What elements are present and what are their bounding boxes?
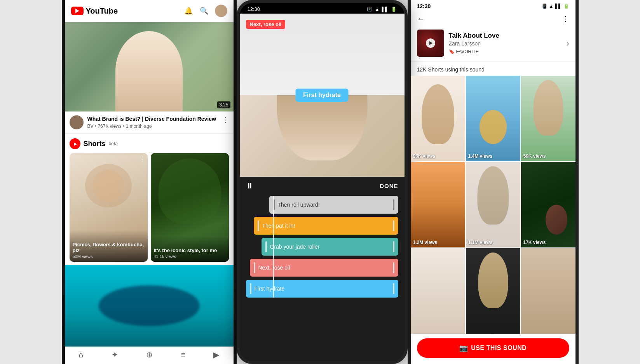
track-4-handle-right[interactable] xyxy=(393,262,394,273)
grid-item-5-views: 1.1M views xyxy=(468,240,493,245)
youtube-icon xyxy=(71,7,84,15)
grid-item-4[interactable]: 1.2M views xyxy=(411,162,465,247)
grid-item-9[interactable] xyxy=(521,248,575,334)
shorts-video-grid: 96K views 1.4M views 59K views 1.2M view… xyxy=(411,76,575,334)
grid-item-4-views: 1.2M views xyxy=(413,240,438,245)
track-5-label: First hydrate xyxy=(251,286,393,292)
track-2-handle-right[interactable] xyxy=(393,220,394,231)
wifi-icon: ▲ xyxy=(375,7,380,12)
user-avatar[interactable] xyxy=(215,5,227,17)
video-more-icon[interactable]: ⋮ xyxy=(222,115,229,124)
short-card-1[interactable]: ⋮ Picnics, flowers & kombucha, plz 50M v… xyxy=(70,153,148,262)
shorts-count-label: 12K Shorts using this sound xyxy=(411,62,575,76)
phone1-header: YouTube 🔔 🔍 xyxy=(65,0,234,22)
more-options-button[interactable]: ⋮ xyxy=(562,14,569,23)
youtube-logo[interactable]: YouTube xyxy=(71,7,118,16)
grid-item-1[interactable]: 96K views xyxy=(411,76,465,161)
video-info-row: What Brand is Best? | Diverse Foundation… xyxy=(65,111,234,134)
song-artist: Zara Larsson xyxy=(449,40,562,47)
short-card-2[interactable]: It's the iconic style, for me 41.1k view… xyxy=(151,153,229,262)
track-2[interactable]: Then pat it in! xyxy=(254,217,398,235)
phone3-status-icons: 📳 ▲ ▌▌ 🔋 xyxy=(542,3,569,9)
video-overlay-top: Next, rose oil xyxy=(246,20,286,29)
track-2-label: Then pat it in! xyxy=(259,223,393,229)
phone2-video-area: Next, rose oil First hydrate xyxy=(240,14,405,177)
phone2-status-icons: 📳 ▲ ▌▌ 🔋 xyxy=(367,7,397,12)
search-icon[interactable]: 🔍 xyxy=(199,6,209,16)
song-play-button[interactable] xyxy=(426,38,435,48)
grid-item-7[interactable] xyxy=(411,248,465,334)
phone2-status-bar: 12:30 📳 ▲ ▌▌ 🔋 xyxy=(240,3,405,14)
grid-item-6[interactable]: 17K views xyxy=(521,162,575,247)
phone2-time: 12:30 xyxy=(248,6,260,12)
nav-home-icon[interactable]: ⌂ xyxy=(79,350,84,359)
track-3-label: Grab your jade roller xyxy=(267,244,393,250)
song-detail-chevron[interactable]: › xyxy=(567,39,569,48)
use-sound-bar: 📷 USE THIS SOUND xyxy=(411,334,575,364)
header-icons: 🔔 🔍 xyxy=(184,5,227,17)
track-3[interactable]: Grab your jade roller xyxy=(262,238,398,256)
phone2-video-frame: Next, rose oil First hydrate xyxy=(240,14,405,177)
pause-button[interactable]: ⏸ xyxy=(246,181,254,190)
track-4[interactable]: Next, rose oil xyxy=(250,259,398,277)
track-5[interactable]: First hydrate xyxy=(246,280,398,298)
battery-icon: 🔋 xyxy=(391,7,397,12)
nav-subscriptions-icon[interactable]: ≡ xyxy=(181,350,185,359)
grid-item-3-views: 59K views xyxy=(523,153,546,159)
nav-explore-icon[interactable]: ✦ xyxy=(112,350,118,359)
shorts-title: Shorts xyxy=(84,140,106,148)
vibrate-icon: 📳 xyxy=(367,7,373,12)
grid-item-2[interactable]: 1.4M views xyxy=(466,76,520,161)
phone3-status-bar: 12:30 📳 ▲ ▌▌ 🔋 xyxy=(411,0,575,11)
grid-item-3[interactable]: 59K views xyxy=(521,76,575,161)
signal-icon: ▌▌ xyxy=(382,7,388,12)
bookmark-icon: 🔖 xyxy=(449,49,455,54)
phone2: 12:30 📳 ▲ ▌▌ 🔋 Next, rose oil First hydr… xyxy=(237,0,408,364)
scrubber-line xyxy=(273,196,274,298)
nav-library-icon[interactable]: ▶ xyxy=(213,350,219,359)
short-card-1-label: Picnics, flowers & kombucha, plz 50M vie… xyxy=(70,230,148,262)
shorts-logo-icon xyxy=(70,138,80,149)
phone1: YouTube 🔔 🔍 3:25 What Brand is Best? | D… xyxy=(62,0,237,364)
shorts-section: Shorts beta ⋮ Picnics, flowers & kombuch… xyxy=(65,134,234,265)
phone3-app-bar: ← ⋮ xyxy=(411,11,575,26)
bottom-video-thumbnail[interactable] xyxy=(65,265,234,347)
song-favorite[interactable]: 🔖 FAVORITE xyxy=(449,49,562,54)
back-button[interactable]: ← xyxy=(417,14,425,23)
vibrate-icon-p3: 📳 xyxy=(542,3,548,9)
short-card-1-views: 50M views xyxy=(73,254,145,259)
track-1-handle-right[interactable] xyxy=(393,199,394,210)
done-button[interactable]: DONE xyxy=(380,183,398,189)
grid-item-5[interactable]: 1.1M views xyxy=(466,162,520,247)
shorts-header: Shorts beta xyxy=(70,138,229,149)
track-1[interactable]: Then roll upward! xyxy=(269,196,398,214)
short-card-2-label: It's the iconic style, for me 41.1k view… xyxy=(151,236,229,262)
song-thumbnail[interactable] xyxy=(417,30,444,57)
phone3-time: 12:30 xyxy=(417,3,431,9)
video-title[interactable]: What Brand is Best? | Diverse Foundation… xyxy=(87,115,218,122)
camera-icon: 📷 xyxy=(459,344,468,352)
use-this-sound-button[interactable]: 📷 USE THIS SOUND xyxy=(417,338,569,358)
featured-video-thumbnail[interactable]: 3:25 xyxy=(65,22,234,111)
short-more-icon-1[interactable]: ⋮ xyxy=(139,155,145,163)
signal-icon-p3: ▌▌ xyxy=(555,3,562,9)
shorts-grid: ⋮ Picnics, flowers & kombucha, plz 50M v… xyxy=(70,153,229,262)
channel-avatar xyxy=(70,115,84,129)
track-1-label: Then roll upward! xyxy=(275,202,393,208)
timeline-tracks-container: Then roll upward! Then pat it in! Grab y… xyxy=(246,196,398,298)
video-duration-badge: 3:25 xyxy=(217,101,230,108)
shorts-beta-label: beta xyxy=(109,141,118,146)
video-meta: BV • 767K views • 1 month ago xyxy=(87,124,218,129)
wifi-icon-p3: ▲ xyxy=(549,3,554,9)
notification-bell-icon[interactable]: 🔔 xyxy=(184,6,193,16)
youtube-text: YouTube xyxy=(86,7,118,16)
grid-item-6-views: 17K views xyxy=(523,240,546,245)
nav-create-icon[interactable]: ⊕ xyxy=(146,350,153,359)
video-info-text: What Brand is Best? | Diverse Foundation… xyxy=(87,115,218,129)
track-5-handle-right[interactable] xyxy=(393,283,394,294)
track-4-label: Next, rose oil xyxy=(255,265,393,271)
grid-item-8[interactable] xyxy=(466,248,520,334)
track-3-handle-right[interactable] xyxy=(393,241,394,252)
song-card: Talk About Love Zara Larsson 🔖 FAVORITE … xyxy=(411,26,575,62)
use-sound-label: USE THIS SOUND xyxy=(471,345,527,352)
